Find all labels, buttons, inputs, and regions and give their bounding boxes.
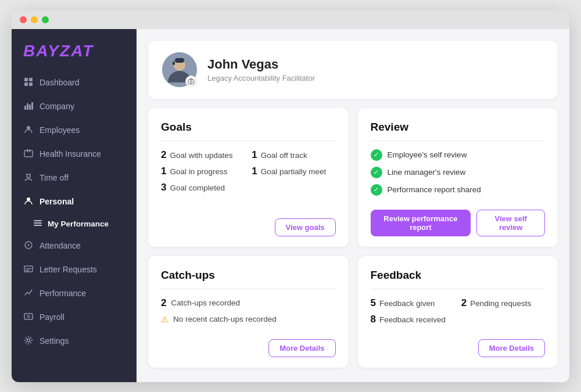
review-items: ✓ Employee's self review ✓ Line manager'… — [371, 149, 546, 196]
profile-name: John Vegas — [207, 57, 315, 72]
sidebar-item-dashboard[interactable]: Dashboard — [12, 71, 137, 95]
main-content: John Vegas Legacy Accountability Facilit… — [137, 29, 569, 382]
svg-rect-27 — [175, 58, 184, 63]
feedback-given: 5 Feedback given — [371, 297, 454, 309]
review-title: Review — [371, 121, 546, 134]
svg-rect-29 — [188, 80, 194, 84]
svg-rect-14 — [34, 220, 42, 221]
review-performance-report-button[interactable]: Review performance report — [371, 210, 471, 236]
review-item-2: ✓ Line manager's review — [371, 167, 546, 178]
svg-rect-3 — [29, 82, 33, 86]
sidebar-label-payroll: Payroll — [40, 312, 64, 322]
catchups-card: Catch-ups 2 Catch-ups recorded ⚠ No rece… — [148, 256, 349, 368]
sidebar-label-performance: Performance — [40, 289, 86, 298]
svg-rect-7 — [31, 102, 33, 110]
company-icon — [23, 101, 34, 112]
timeoff-icon — [23, 172, 34, 184]
my-performance-icon — [34, 219, 42, 229]
sidebar: BAYZAT Dashboard Company — [12, 29, 137, 382]
logo[interactable]: BAYZAT — [12, 29, 137, 71]
sidebar-item-company[interactable]: Company — [12, 95, 137, 118]
sidebar-item-performance[interactable]: Performance — [12, 282, 137, 305]
app-window: BAYZAT Dashboard Company — [12, 10, 569, 382]
sidebar-label-company: Company — [40, 102, 74, 111]
feedback-right: 2 Pending requests — [461, 297, 545, 325]
review-card: Review ✓ Employee's self review ✓ Line m… — [358, 108, 558, 247]
feedback-footer: More Details — [371, 335, 546, 357]
catchups-warning: ⚠ No recent catch-ups recorded — [161, 315, 336, 324]
goals-grid: 2 Goal with updates 1 Goal in progress 3… — [161, 149, 336, 193]
feedback-left: 5 Feedback given 8 Feedback received — [371, 297, 454, 325]
sidebar-item-employees[interactable]: Employees — [12, 118, 137, 142]
personal-icon — [23, 196, 34, 207]
review-item-1: ✓ Employee's self review — [371, 149, 546, 161]
sidebar-label-my-performance: My Performance — [48, 220, 109, 228]
sidebar-label-attendance: Attendance — [40, 241, 81, 250]
warning-icon: ⚠ — [161, 315, 168, 324]
sidebar-label-employees: Employees — [40, 125, 80, 135]
feedback-grid: 5 Feedback given 8 Feedback received 2 — [371, 297, 546, 325]
profile-info: John Vegas Legacy Accountability Facilit… — [207, 57, 315, 82]
goal-item-1: 2 Goal with updates 1 Goal in progress 3… — [161, 149, 245, 193]
svg-rect-5 — [27, 103, 28, 110]
profile-card: John Vegas Legacy Accountability Facilit… — [148, 41, 558, 99]
close-dot[interactable] — [20, 16, 27, 23]
view-self-review-button[interactable]: View self review — [476, 210, 545, 236]
svg-rect-11 — [29, 149, 30, 152]
svg-rect-4 — [24, 106, 26, 110]
sidebar-item-my-performance[interactable]: My Performance — [12, 214, 137, 234]
sidebar-item-attendance[interactable]: Attendance — [12, 234, 137, 258]
feedback-more-details-button[interactable]: More Details — [478, 339, 545, 357]
sidebar-item-time-off[interactable]: Time off — [12, 166, 137, 190]
sidebar-label-personal: Personal — [40, 197, 74, 206]
card-grid: Goals 2 Goal with updates 1 Goal in prog… — [148, 108, 558, 368]
check-icon-3: ✓ — [371, 184, 382, 196]
health-icon — [23, 149, 34, 160]
sidebar-item-personal[interactable]: Personal — [12, 190, 137, 214]
svg-rect-2 — [24, 82, 28, 86]
payroll-icon — [23, 312, 34, 323]
sidebar-label-health-insurance: Health Insurance — [40, 149, 101, 159]
svg-point-24 — [27, 339, 30, 341]
goals-card: Goals 2 Goal with updates 1 Goal in prog… — [148, 108, 349, 247]
settings-icon — [23, 336, 34, 347]
check-icon-2: ✓ — [371, 167, 382, 178]
letter-icon — [23, 264, 34, 275]
sidebar-item-settings[interactable]: Settings — [12, 329, 137, 353]
camera-icon[interactable] — [185, 75, 197, 87]
feedback-card: Feedback 5 Feedback given 8 Feedback rec… — [358, 256, 558, 368]
app-body: BAYZAT Dashboard Company — [12, 29, 569, 382]
svg-rect-0 — [24, 78, 28, 81]
svg-rect-6 — [29, 105, 31, 110]
profile-title: Legacy Accountability Facilitator — [207, 74, 315, 82]
review-item-3: ✓ Performance report shared — [371, 184, 546, 196]
sidebar-label-time-off: Time off — [40, 173, 69, 182]
sidebar-label-dashboard: Dashboard — [40, 78, 80, 87]
catchups-more-details-button[interactable]: More Details — [268, 339, 335, 357]
review-footer: Review performance report View self revi… — [371, 205, 546, 236]
svg-point-30 — [190, 81, 192, 83]
titlebar — [12, 10, 569, 29]
minimize-dot[interactable] — [31, 16, 38, 23]
dashboard-icon — [23, 77, 34, 88]
view-goals-button[interactable]: View goals — [275, 218, 336, 236]
svg-rect-20 — [26, 268, 31, 269]
svg-point-18 — [28, 244, 30, 246]
svg-rect-16 — [34, 225, 42, 226]
svg-rect-28 — [173, 62, 175, 65]
catchups-title: Catch-ups — [161, 269, 336, 282]
fullscreen-dot[interactable] — [42, 16, 49, 23]
catchups-recorded: 2 Catch-ups recorded — [161, 297, 336, 309]
sidebar-label-settings: Settings — [40, 336, 69, 346]
svg-rect-10 — [27, 149, 28, 152]
check-icon-1: ✓ — [371, 149, 382, 161]
sidebar-nav: Dashboard Company Employees — [12, 71, 137, 375]
feedback-received: 8 Feedback received — [371, 314, 454, 325]
sidebar-item-payroll[interactable]: Payroll — [12, 305, 137, 329]
svg-rect-21 — [26, 270, 29, 271]
sidebar-label-letter-requests: Letter Requests — [40, 265, 97, 274]
svg-rect-1 — [29, 78, 33, 81]
sidebar-item-health-insurance[interactable]: Health Insurance — [12, 142, 137, 166]
sidebar-item-letter-requests[interactable]: Letter Requests — [12, 258, 137, 282]
goals-title: Goals — [161, 121, 336, 134]
